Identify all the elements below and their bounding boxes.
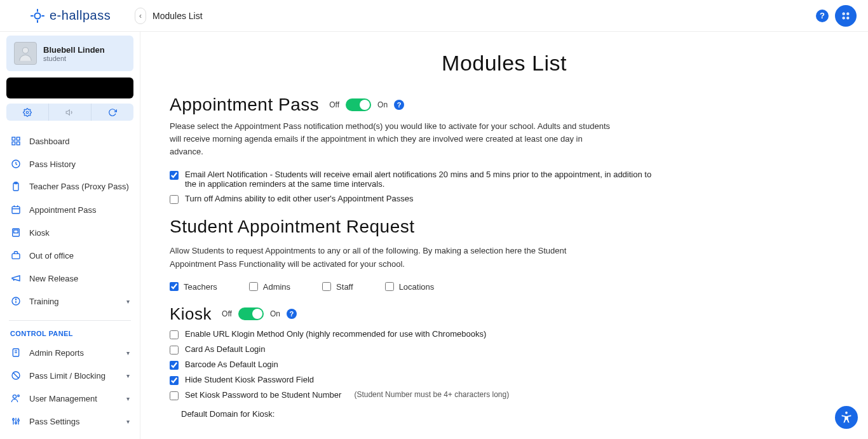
kiosk-studnum-hint: (Student Number must be 4+ characters lo… bbox=[354, 390, 509, 399]
appointment-help-icon[interactable]: ? bbox=[394, 100, 404, 110]
school-selector[interactable] bbox=[6, 78, 133, 98]
profile-card: Bluebell Linden student bbox=[6, 36, 133, 71]
nav-label: Kiosk bbox=[29, 228, 50, 238]
svg-point-7 bbox=[843, 17, 844, 19]
kiosk-barcode-label: Barcode As Default Login bbox=[185, 360, 278, 369]
svg-rect-24 bbox=[14, 230, 18, 233]
kiosk-barcode-row[interactable]: Barcode As Default Login bbox=[170, 360, 653, 370]
locations-option[interactable]: Locations bbox=[385, 282, 435, 292]
email-alert-row[interactable]: Email Alert Notification - Students will… bbox=[170, 170, 653, 189]
megaphone-icon bbox=[10, 273, 22, 284]
svg-point-0 bbox=[34, 13, 40, 18]
kiosk-url-row[interactable]: Enable URL Klogin Method Only (highly re… bbox=[170, 329, 653, 339]
on-label: On bbox=[270, 309, 280, 318]
admins-option[interactable]: Admins bbox=[249, 282, 290, 292]
nav-section-label: CONTROL PANEL bbox=[6, 326, 133, 341]
admin-edit-off-row[interactable]: Turn off Admins ability to edit other us… bbox=[170, 194, 653, 204]
svg-rect-14 bbox=[17, 142, 20, 145]
hallpass-logo-icon bbox=[31, 9, 44, 23]
nav-label: User Management bbox=[29, 394, 97, 403]
quick-actions bbox=[6, 104, 133, 121]
kiosk-hidepw-row[interactable]: Hide Student Kiosk Password Field bbox=[170, 375, 653, 385]
svg-point-28 bbox=[15, 299, 16, 299]
nav-pass-history[interactable]: Pass History bbox=[6, 152, 133, 175]
locations-checkbox[interactable] bbox=[385, 282, 394, 291]
sidebar-collapse-handle[interactable]: ‹ bbox=[135, 8, 146, 24]
kiosk-hidepw-checkbox[interactable] bbox=[170, 376, 179, 385]
appointment-pass-toggle[interactable] bbox=[346, 98, 371, 111]
svg-point-42 bbox=[845, 412, 848, 414]
refresh-icon bbox=[108, 108, 117, 117]
nav-training[interactable]: Training▾ bbox=[6, 290, 133, 313]
teachers-option[interactable]: Teachers bbox=[170, 282, 217, 292]
nav-pass-limit[interactable]: Pass Limit / Blocking▾ bbox=[6, 364, 133, 387]
svg-point-8 bbox=[847, 17, 849, 19]
nav-teacher-pass[interactable]: Teacher Pass (Proxy Pass) bbox=[6, 175, 133, 198]
sliders-icon bbox=[10, 415, 22, 427]
accessibility-button[interactable] bbox=[835, 406, 858, 429]
on-label: On bbox=[377, 100, 388, 109]
kiosk-url-label: Enable URL Klogin Method Only (highly re… bbox=[185, 329, 486, 339]
email-alert-checkbox[interactable] bbox=[170, 171, 179, 180]
nav-label: Pass History bbox=[29, 159, 76, 169]
profile-name: Bluebell Linden bbox=[43, 45, 105, 55]
settings-quick-button[interactable] bbox=[6, 104, 48, 121]
kiosk-help-icon[interactable]: ? bbox=[287, 309, 297, 319]
kiosk-url-checkbox[interactable] bbox=[170, 330, 179, 339]
kiosk-studnum-checkbox[interactable] bbox=[170, 391, 179, 400]
teachers-checkbox[interactable] bbox=[170, 282, 179, 291]
student-request-title: Student Appointment Request bbox=[170, 217, 734, 237]
kiosk-domain-label: Default Domain for Kiosk: bbox=[181, 409, 734, 419]
appointment-description: Please select the Appointment Pass notif… bbox=[170, 120, 614, 158]
svg-line-33 bbox=[13, 373, 18, 378]
nav-out-of-office[interactable]: Out of office bbox=[6, 244, 133, 267]
history-icon bbox=[10, 158, 22, 170]
svg-rect-13 bbox=[17, 137, 20, 140]
clipboard-icon bbox=[10, 181, 22, 192]
kiosk-toggle[interactable] bbox=[238, 307, 264, 320]
info-icon bbox=[10, 295, 22, 307]
volume-icon bbox=[65, 108, 74, 117]
apps-grid-button[interactable] bbox=[835, 5, 857, 27]
student-request-options: Teachers Admins Staff Locations bbox=[170, 282, 734, 292]
admins-label: Admins bbox=[263, 282, 290, 292]
nav-label: Pass Settings bbox=[29, 417, 80, 426]
svg-point-39 bbox=[13, 419, 15, 421]
staff-checkbox[interactable] bbox=[322, 282, 331, 291]
kiosk-studnum-row[interactable]: Set Kiosk Password to be Student Number(… bbox=[170, 390, 653, 400]
nav-main: Dashboard Pass History Teacher Pass (Pro… bbox=[6, 130, 133, 433]
nav-dashboard[interactable]: Dashboard bbox=[6, 130, 133, 152]
dashboard-icon bbox=[10, 135, 22, 147]
kiosk-card-row[interactable]: Card As Default Login bbox=[170, 344, 653, 355]
help-icon[interactable]: ? bbox=[816, 10, 829, 22]
refresh-quick-button[interactable] bbox=[91, 104, 133, 121]
nav-new-release[interactable]: New Release bbox=[6, 267, 133, 290]
chevron-down-icon: ▾ bbox=[126, 298, 130, 305]
off-label: Off bbox=[329, 100, 339, 109]
nav-user-management[interactable]: User Management▾ bbox=[6, 387, 133, 410]
chevron-down-icon: ▾ bbox=[126, 372, 130, 379]
admin-edit-off-checkbox[interactable] bbox=[170, 195, 179, 204]
nav-appointment-pass[interactable]: Appointment Pass bbox=[6, 198, 133, 221]
svg-point-41 bbox=[18, 419, 20, 421]
gear-icon bbox=[23, 108, 32, 117]
svg-rect-15 bbox=[12, 142, 15, 145]
staff-option[interactable]: Staff bbox=[322, 282, 353, 292]
svg-point-9 bbox=[22, 48, 28, 53]
nav-admin-reports[interactable]: Admin Reports▾ bbox=[6, 341, 133, 364]
staff-label: Staff bbox=[336, 282, 353, 292]
nav-kiosk[interactable]: Kiosk bbox=[6, 221, 133, 244]
admins-checkbox[interactable] bbox=[249, 282, 258, 291]
top-header: e-hallpass ‹ Modules List ? bbox=[0, 0, 868, 32]
chevron-down-icon: ▾ bbox=[126, 418, 130, 425]
svg-point-40 bbox=[15, 422, 17, 424]
kiosk-card-checkbox[interactable] bbox=[170, 346, 179, 355]
apps-grid-icon bbox=[841, 11, 851, 21]
sound-quick-button[interactable] bbox=[48, 104, 91, 121]
nav-divider bbox=[9, 320, 131, 321]
reports-icon bbox=[10, 347, 22, 358]
email-alert-label: Email Alert Notification - Students will… bbox=[185, 170, 653, 189]
nav-label: Dashboard bbox=[29, 137, 70, 146]
kiosk-barcode-checkbox[interactable] bbox=[170, 361, 179, 370]
nav-pass-settings[interactable]: Pass Settings▾ bbox=[6, 410, 133, 433]
